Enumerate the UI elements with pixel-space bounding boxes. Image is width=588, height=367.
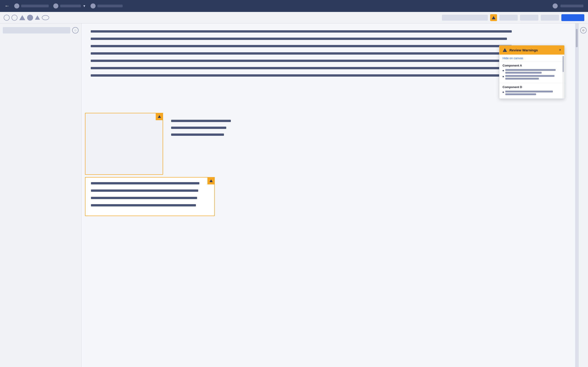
component-d-line-2 — [91, 190, 198, 192]
rw-item-d-1-line-1 — [505, 91, 553, 92]
shape-ellipse-outline[interactable] — [42, 15, 49, 20]
rw-item-a-1-line-1 — [505, 69, 556, 71]
warning-triangle-icon — [492, 16, 495, 19]
content-line-7 — [91, 74, 512, 77]
component-d-line-3 — [91, 197, 197, 199]
panel-search-input[interactable] — [3, 27, 70, 33]
rw-bullet-a-2 — [502, 76, 504, 77]
right-line-2 — [171, 127, 226, 129]
rw-warning-icon: ! — [502, 48, 507, 52]
component-a-right-content — [171, 120, 231, 136]
rw-bullet-d-1 — [502, 92, 504, 93]
left-panel: ○ — [0, 23, 82, 367]
nav-label-2 — [60, 5, 81, 7]
rw-item-a-2 — [502, 75, 561, 80]
panel-search-icon[interactable]: ○ — [72, 27, 78, 33]
rw-item-d-1-text — [505, 91, 561, 95]
content-line-1 — [91, 30, 512, 33]
rw-bullet-a-1 — [502, 70, 504, 71]
nav-item-3[interactable] — [90, 3, 123, 8]
nav-dot-2 — [53, 3, 58, 8]
canvas-scrollbar-thumb[interactable] — [576, 29, 578, 47]
nav-label-3 — [97, 5, 123, 7]
toolbar-btn-1[interactable] — [499, 15, 518, 21]
panel-search-area: ○ — [3, 27, 78, 33]
rw-component-a-title: Component A — [502, 64, 561, 67]
rw-title: Review Warnings — [510, 48, 557, 52]
review-warnings-popup: ! Review Warnings × Hide on canvas Compo… — [499, 45, 565, 99]
toolbar-btn-2[interactable] — [520, 15, 538, 21]
canvas-scrollbar[interactable] — [575, 23, 578, 367]
content-line-4 — [91, 52, 521, 55]
navbar: ← ▼ — [0, 0, 588, 12]
rw-hide-link[interactable]: Hide on canvas — [499, 55, 564, 61]
rw-header: ! Review Warnings × — [499, 45, 564, 55]
rw-section-component-d: Component D — [499, 83, 564, 99]
toolbar-btn-3[interactable] — [541, 15, 559, 21]
component-a-box — [85, 113, 163, 175]
nav-dot-1 — [14, 3, 19, 8]
right-panel: ○ — [578, 23, 588, 367]
nav-item-1[interactable] — [14, 3, 49, 8]
right-line-1 — [171, 120, 231, 122]
content-line-2 — [91, 38, 507, 40]
nav-label-1 — [21, 5, 49, 7]
component-a-warning-badge — [156, 113, 163, 120]
main-layout: ○ — [0, 23, 588, 367]
toolbar-primary-btn[interactable] — [561, 14, 584, 21]
component-d-box — [85, 177, 215, 216]
rw-item-d-1 — [502, 91, 561, 95]
back-button[interactable]: ← — [5, 3, 10, 9]
canvas-area: ! Review Warnings × Hide on canvas Compo… — [82, 23, 578, 367]
shape-circle-outline-2[interactable] — [11, 15, 17, 21]
shape-triangle-outline[interactable] — [19, 15, 25, 20]
rw-item-a-2-text — [505, 75, 561, 80]
rw-scrollbar-thumb[interactable] — [562, 56, 564, 72]
component-a-warning-icon — [158, 115, 161, 118]
user-avatar — [553, 3, 558, 8]
user-name-label — [561, 5, 583, 7]
svg-text:!: ! — [504, 50, 505, 52]
component-d-line-1 — [91, 182, 199, 184]
chevron-down-icon: ▼ — [83, 4, 86, 8]
rw-item-a-2-line-2 — [505, 78, 539, 80]
content-line-3 — [91, 45, 512, 47]
component-d-warning-badge — [208, 177, 215, 184]
rw-item-a-1-line-2 — [505, 72, 542, 74]
rw-item-a-2-line-1 — [505, 75, 554, 77]
shape-circle-fill[interactable] — [27, 15, 33, 21]
warning-button[interactable] — [490, 14, 497, 21]
right-line-3 — [171, 133, 224, 136]
rw-close-button[interactable]: × — [559, 48, 561, 52]
rw-item-a-1-text — [505, 69, 561, 74]
rw-component-d-title: Component D — [502, 85, 561, 89]
rw-item-d-1-line-2 — [505, 93, 536, 95]
right-panel-icon[interactable]: ○ — [580, 27, 587, 33]
nav-item-2[interactable]: ▼ — [53, 3, 86, 8]
nav-right — [553, 3, 583, 8]
toolbar-search-bar[interactable] — [442, 15, 488, 21]
shape-triangle-fill[interactable] — [35, 15, 40, 20]
component-d-warning-icon — [209, 179, 213, 182]
rw-section-component-a: Component A — [499, 61, 564, 83]
rw-item-a-1 — [502, 69, 561, 74]
shape-circle-outline[interactable] — [4, 15, 10, 21]
content-line-5 — [91, 60, 507, 62]
nav-dot-3 — [90, 3, 95, 8]
toolbar — [0, 12, 588, 23]
toolbar-right — [442, 14, 584, 21]
component-d-lines — [86, 177, 214, 211]
content-line-6 — [91, 67, 517, 69]
rw-body: Hide on canvas Component A — [499, 55, 564, 99]
component-d-line-4 — [91, 204, 196, 206]
rw-scrollbar[interactable] — [562, 56, 564, 99]
